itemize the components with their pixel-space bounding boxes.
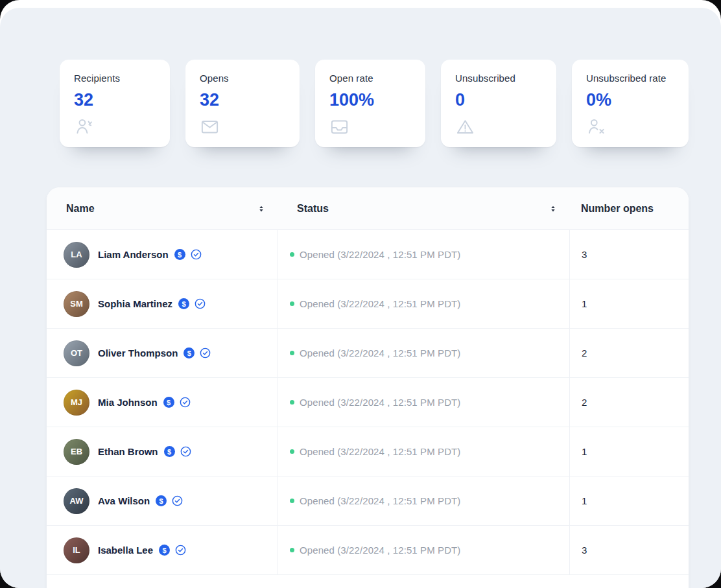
status-text: Opened (3/22/2024 , 12:51 PM PDT)	[300, 397, 460, 408]
recipients-person-icon	[74, 117, 157, 137]
name-cell: OT Oliver Thompson $	[47, 329, 278, 377]
stat-value: 32	[200, 90, 287, 110]
table-row: IL Isabella Lee $ Opened (3/22/2024 , 12…	[47, 526, 689, 575]
opens-count: 2	[582, 397, 587, 408]
status-cell: Opened (3/22/2024 , 12:51 PM PDT)	[278, 378, 569, 427]
status-cell: Opened (3/22/2024 , 12:51 PM PDT)	[278, 279, 569, 328]
stats-row: Recipients 32 Opens 32 Open rate 100% Un…	[60, 60, 721, 147]
status-cell: Opened (3/22/2024 , 12:51 PM PDT)	[278, 526, 569, 574]
name-cell: MJ Mia Johnson $	[47, 378, 278, 427]
stat-card: Unsubscribed 0	[441, 60, 556, 147]
status-dot-icon	[290, 449, 294, 454]
recipient-name: Ava Wilson	[98, 495, 150, 506]
name-cell: EB Ethan Brown $	[47, 427, 278, 476]
table-header-row: Name Status Number opens	[47, 187, 689, 230]
recipient-name: Liam Anderson	[98, 249, 169, 260]
dollar-badge-icon: $	[159, 545, 170, 556]
stat-label: Open rate	[329, 73, 412, 84]
column-header-name[interactable]: Name	[47, 187, 278, 229]
unsubscribed-rate-person-icon	[586, 117, 676, 137]
column-header-number-opens[interactable]: Number opens	[569, 187, 689, 229]
stat-label: Unsubscribed rate	[586, 73, 676, 84]
opens-envelope-icon	[200, 117, 287, 137]
dollar-badge-icon: $	[174, 249, 185, 260]
window: Recipients 32 Opens 32 Open rate 100% Un…	[0, 0, 721, 588]
stat-value: 100%	[329, 90, 412, 110]
stat-label: Unsubscribed	[455, 73, 543, 84]
dollar-badge-icon: $	[163, 397, 174, 408]
status-dot-icon	[290, 548, 294, 552]
status-cell: Opened (3/22/2024 , 12:51 PM PDT)	[278, 329, 569, 377]
opens-cell: 1	[569, 279, 689, 328]
table-row: AW Ava Wilson $ Opened (3/22/2024 , 12:5…	[47, 476, 689, 526]
recipient-name: Ethan Brown	[98, 446, 158, 457]
status-dot-icon	[290, 252, 294, 257]
opens-cell: 1	[569, 476, 689, 525]
opens-cell: 1	[569, 427, 689, 476]
opens-count: 3	[582, 249, 587, 260]
stat-label: Recipients	[74, 73, 157, 84]
stat-card: Unsubscribed rate 0%	[572, 60, 689, 147]
verified-check-icon	[180, 445, 192, 458]
dashboard-panel: Recipients 32 Opens 32 Open rate 100% Un…	[0, 8, 721, 588]
avatar: MJ	[64, 390, 89, 416]
verified-check-icon	[190, 248, 202, 261]
verified-check-icon	[174, 544, 187, 556]
unsubscribed-warning-icon	[455, 117, 543, 137]
table-row: MJ Mia Johnson $ Opened (3/22/2024 , 12:…	[47, 378, 689, 427]
avatar: SM	[64, 291, 89, 317]
opens-cell: 2	[569, 329, 689, 377]
name-cell: SM Sophia Martinez $	[47, 279, 278, 328]
opens-cell: 2	[569, 378, 689, 427]
name-cell: AW Ava Wilson $	[47, 476, 278, 525]
status-text: Opened (3/22/2024 , 12:51 PM PDT)	[300, 298, 460, 309]
opens-cell: 3	[569, 526, 689, 574]
stat-label: Opens	[200, 73, 287, 84]
column-header-status[interactable]: Status	[278, 187, 569, 229]
status-dot-icon	[290, 499, 294, 503]
dollar-badge-icon: $	[178, 298, 189, 309]
dollar-badge-icon: $	[156, 495, 167, 506]
status-cell: Opened (3/22/2024 , 12:51 PM PDT)	[278, 427, 569, 476]
recipients-table-card: Name Status Number opens LA Liam Anderso…	[47, 187, 689, 588]
stat-card: Open rate 100%	[315, 60, 425, 147]
name-cell: IL Isabella Lee $	[47, 526, 278, 574]
table-row: SM Sophia Martinez $ Opened (3/22/2024 ,…	[47, 279, 689, 329]
opens-count: 1	[582, 298, 587, 309]
opens-count: 1	[582, 446, 587, 457]
status-text: Opened (3/22/2024 , 12:51 PM PDT)	[300, 347, 460, 359]
avatar: IL	[64, 537, 89, 563]
status-text: Opened (3/22/2024 , 12:51 PM PDT)	[300, 249, 460, 260]
table-row: LA Liam Anderson $ Opened (3/22/2024 , 1…	[47, 230, 689, 279]
stat-value: 32	[74, 90, 157, 110]
status-dot-icon	[290, 400, 294, 405]
opens-cell: 3	[569, 230, 689, 279]
avatar: EB	[64, 439, 89, 465]
stat-card: Opens 32	[185, 60, 300, 147]
avatar: LA	[64, 242, 89, 268]
sort-icon[interactable]	[549, 204, 558, 213]
column-header-label: Number opens	[581, 203, 654, 215]
column-header-label: Name	[66, 203, 95, 215]
stat-value: 0%	[586, 90, 676, 110]
recipient-name: Mia Johnson	[98, 397, 158, 408]
opens-count: 2	[582, 347, 587, 359]
status-text: Opened (3/22/2024 , 12:51 PM PDT)	[300, 545, 460, 556]
column-header-label: Status	[297, 203, 329, 215]
status-text: Opened (3/22/2024 , 12:51 PM PDT)	[300, 446, 460, 457]
recipient-name: Sophia Martinez	[98, 298, 172, 309]
recipient-name: Isabella Lee	[98, 545, 153, 556]
sort-icon[interactable]	[257, 204, 266, 213]
recipient-name: Oliver Thompson	[98, 347, 178, 359]
verified-check-icon	[194, 298, 206, 310]
status-dot-icon	[290, 351, 294, 355]
name-cell: LA Liam Anderson $	[47, 230, 278, 279]
stat-card: Recipients 32	[60, 60, 170, 147]
avatar: OT	[64, 340, 89, 366]
status-dot-icon	[290, 301, 294, 306]
status-cell: Opened (3/22/2024 , 12:51 PM PDT)	[278, 230, 569, 279]
status-cell: Opened (3/22/2024 , 12:51 PM PDT)	[278, 476, 569, 525]
opens-count: 1	[582, 495, 587, 506]
dollar-badge-icon: $	[183, 347, 195, 359]
dollar-badge-icon: $	[164, 446, 175, 457]
